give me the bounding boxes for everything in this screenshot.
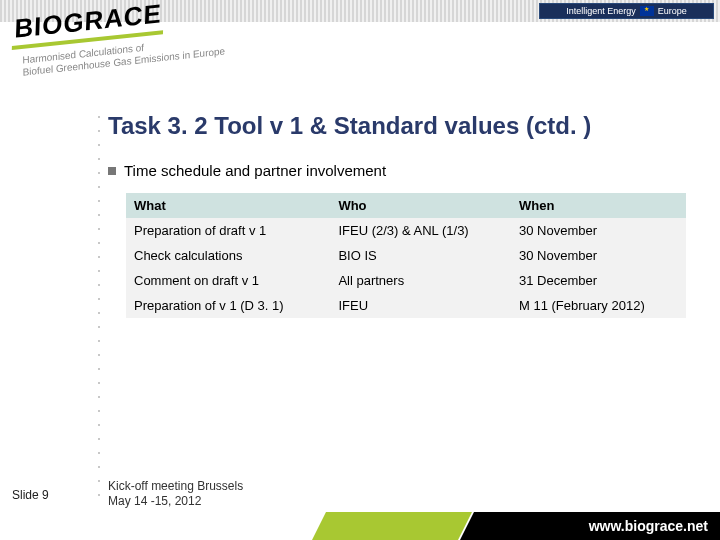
dotted-divider — [96, 110, 102, 500]
logo-block: BIOGRACE Harmonised Calculations of Biof… — [12, 6, 225, 68]
footer-accent — [312, 512, 472, 540]
cell: All partners — [330, 268, 511, 293]
kickoff-line1: Kick-off meeting Brussels — [108, 479, 243, 493]
footer-url: www.biograce.net — [589, 518, 708, 534]
cell: BIO IS — [330, 243, 511, 268]
cell: IFEU — [330, 293, 511, 318]
cell: 31 December — [511, 268, 686, 293]
col-when: When — [511, 193, 686, 218]
cell: Comment on draft v 1 — [126, 268, 330, 293]
table-header-row: What Who When — [126, 193, 686, 218]
bullet-row: Time schedule and partner involvement — [108, 162, 700, 179]
table-row: Preparation of v 1 (D 3. 1) IFEU M 11 (F… — [126, 293, 686, 318]
bullet-text: Time schedule and partner involvement — [124, 162, 386, 179]
page-title: Task 3. 2 Tool v 1 & Standard values (ct… — [108, 112, 700, 140]
table-row: Comment on draft v 1 All partners 31 Dec… — [126, 268, 686, 293]
badge-text: Intelligent Energy — [566, 6, 636, 16]
footer-url-bar: www.biograce.net — [460, 512, 720, 540]
cell: Preparation of draft v 1 — [126, 218, 330, 243]
cell: 30 November — [511, 243, 686, 268]
table-row: Preparation of draft v 1 IFEU (2/3) & AN… — [126, 218, 686, 243]
cell: Check calculations — [126, 243, 330, 268]
eu-flag-icon — [640, 6, 654, 16]
schedule-table: What Who When Preparation of draft v 1 I… — [126, 193, 686, 318]
cell: 30 November — [511, 218, 686, 243]
col-what: What — [126, 193, 330, 218]
energy-badge: Intelligent Energy Europe — [539, 3, 714, 19]
table-row: Check calculations BIO IS 30 November — [126, 243, 686, 268]
cell: M 11 (February 2012) — [511, 293, 686, 318]
cell: Preparation of v 1 (D 3. 1) — [126, 293, 330, 318]
square-bullet-icon — [108, 167, 116, 175]
cell: IFEU (2/3) & ANL (1/3) — [330, 218, 511, 243]
footer: www.biograce.net — [0, 498, 720, 540]
badge-europe: Europe — [658, 6, 687, 16]
content-area: Task 3. 2 Tool v 1 & Standard values (ct… — [108, 112, 700, 318]
col-who: Who — [330, 193, 511, 218]
